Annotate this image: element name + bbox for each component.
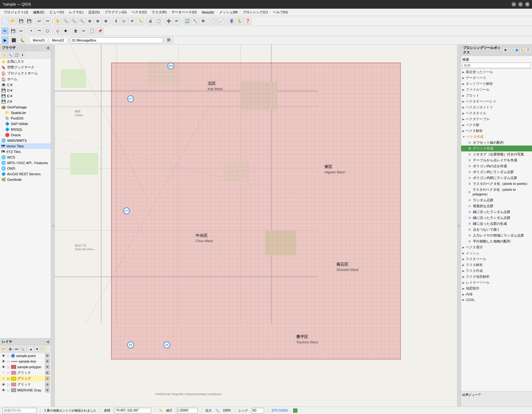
layer-expand-sample-line[interactable]: ▷ (7, 360, 11, 364)
browser-item-geopackage[interactable]: 📦GeoPackage (0, 104, 51, 110)
menu-help[interactable]: ヘルプ(H) (270, 9, 290, 15)
layer-expand-sample-point[interactable]: ▷ (7, 354, 11, 358)
layers-add-button[interactable]: ➕ (7, 346, 13, 352)
zoom-out-button[interactable]: 🔍 (78, 17, 85, 25)
proc-group-rastertool[interactable]: ▶ラスタツール (461, 256, 532, 262)
browser-item-mssql[interactable]: 🔷MSSQL (0, 127, 51, 132)
proc-item-edge-points[interactable]: ⚙ 縁に沿った点群の生成 (461, 221, 532, 227)
layers-group-button[interactable]: 📁 (41, 346, 46, 352)
menu-database[interactable]: データベース(D) (169, 9, 199, 15)
deselect-button[interactable]: ✕ (128, 17, 136, 25)
processing-tree[interactable]: ▶最近使ったツール ▶データベース ▶ネットワーク解析 ▶ファイルツール ▶プロ… (461, 69, 532, 391)
browser-item-ows[interactable]: 🌐OWS (0, 166, 51, 171)
zoom-layer[interactable]: ⊕ (94, 17, 102, 25)
layer-expand-sample-polygon[interactable]: ▷ (7, 365, 11, 369)
proc-group-network[interactable]: ▶ネットワーク解析 (461, 81, 532, 87)
browser-item-oracle[interactable]: 🔴Oracle (0, 132, 51, 138)
rotation-input[interactable] (252, 408, 264, 413)
proc-group-gdal[interactable]: ▶GDAL (461, 297, 532, 302)
layer-item-grid2[interactable]: 👁 ▷ グリッド ⚙ (0, 376, 51, 381)
proc-model-button[interactable]: 🔷 (514, 48, 519, 53)
add-poly-button[interactable]: ⬡ (44, 27, 51, 35)
elevation-button[interactable]: 📈 (218, 17, 225, 25)
layer-item-grid1[interactable]: 👁 ▷ グリッド ⚙ (0, 370, 51, 376)
proc-item-parallel-array[interactable]: ⚙ 平行移動した地物の配列 (461, 238, 532, 244)
help2-button[interactable]: ❓ (244, 17, 251, 25)
menu-mesh[interactable]: メッシュ(M) (217, 9, 240, 15)
browser-item-z[interactable]: 💾Z:¥ (0, 99, 51, 104)
layer-visibility-sample-polygon[interactable]: 👁 (1, 365, 6, 369)
proc-group-vectortable[interactable]: ▶ベクタテーブル (461, 116, 532, 122)
layer-settings-grid2[interactable]: ⚙ (45, 377, 50, 381)
layer-visibility-grid3[interactable]: 👁 (1, 382, 6, 387)
proc-group-cartography[interactable]: ▶地図製作 (461, 285, 532, 291)
proc-group-mesh[interactable]: ▶メッシュ (461, 250, 532, 256)
proc-group-layertool[interactable]: ▶レイヤーツール (461, 280, 532, 285)
proc-item-connect-points[interactable]: ⚙ 点をつないで描く (461, 227, 532, 233)
delete-button[interactable]: 🗑 (72, 27, 80, 35)
browser-item-spatialite[interactable]: 📁SpatiaLite (0, 110, 51, 115)
proc-group-vectorgen[interactable]: ▶ベクタ般 (461, 122, 532, 128)
save-edits-button[interactable]: 💾 (9, 27, 17, 35)
pan-to-selection[interactable]: 🔍 (62, 17, 69, 25)
python-button[interactable]: 🐍 (236, 17, 243, 25)
layer-settings-sample-point[interactable]: ⚙ (45, 354, 50, 358)
new-project-button[interactable]: 📄 (1, 17, 9, 25)
proc-item-edge-random1[interactable]: ⚙ 縁に沿ったランダム点群 (461, 209, 532, 215)
minimize-button[interactable]: — (512, 2, 516, 7)
layers-collapse-button[interactable]: ◁ (46, 340, 49, 343)
redo-button[interactable]: ↪ (44, 17, 51, 25)
select-button[interactable]: ▷ (120, 17, 128, 25)
browser-item-saphana[interactable]: 🔷SAP HANA (0, 121, 51, 127)
browser-item-vector-tiles[interactable]: 🗺Vector Tiles (0, 143, 51, 149)
browser-item-xyz[interactable]: 🗺XYZ Tiles (0, 149, 51, 155)
layer-settings-grid3[interactable]: ⚙ (45, 382, 50, 387)
layer-visibility-mierune[interactable]: 👁 (1, 388, 6, 392)
browser-item-postgis[interactable]: 🐘PostGIS (0, 115, 51, 121)
browser-item-wfs[interactable]: 🌐WFS / OGC API - Features (0, 160, 51, 166)
script-stop-button[interactable]: ⬛ (10, 37, 17, 44)
layers-content[interactable]: 👁 ▷ sample-point ⚙ 👁 ▷ sample-line ⚙ 👁 (0, 353, 51, 407)
zoom-selection[interactable]: ⊕ (102, 17, 110, 25)
save-as-button[interactable]: 💾 (25, 17, 33, 25)
open-button[interactable]: 📂 (9, 17, 17, 25)
proc-python-button[interactable]: 🐍 (520, 48, 525, 53)
layer-expand-grid1[interactable]: ▷ (7, 371, 11, 375)
add-line-button[interactable]: 〜 (36, 27, 43, 35)
browser-item-geonode[interactable]: 🌿GeoNode (0, 177, 51, 182)
proc-group-vectoroverlay[interactable]: ▶ベクタオーバーレイ (461, 98, 532, 104)
map-area[interactable]: 北区Kita Ward 東区Higashi Ward 中央区Chuo Ward … (55, 45, 457, 407)
proc-group-interpolation[interactable]: ▶内挿 (461, 291, 532, 297)
layer-visibility-sample-line[interactable]: 👁 (1, 359, 6, 364)
layer-expand-grid2[interactable]: ▷ (7, 377, 11, 381)
proc-item-random-in-extent[interactable]: ⚙ 入力レイヤの領域にランダム点群 (461, 233, 532, 238)
right-panel-toggle[interactable]: ▷ (457, 45, 461, 407)
atlas-button[interactable]: 📋 (155, 17, 162, 25)
browser-filter-button[interactable]: 🔍 (7, 52, 13, 58)
browser-content[interactable]: ⭐お気に入り 🔖空間ブックマーク 🏠プロジェクトホーム 🏠ホーム 💻C:¥ 💾D… (0, 59, 51, 338)
pan-button[interactable]: ✋ (54, 17, 61, 25)
refresh-button[interactable]: 🔄 (183, 17, 191, 25)
layer-item-grid3[interactable]: 👁 ▷ グリッド ⚙ (0, 381, 51, 387)
browser-info-button[interactable]: ℹ (20, 52, 25, 58)
menu-layer[interactable]: レイヤ(L) (67, 9, 86, 15)
browser-item-favorites[interactable]: ⭐お気に入り (0, 59, 51, 64)
proc-group-rastertopo[interactable]: ▶ラスタ地形解析 (461, 274, 532, 280)
menu-settings[interactable]: 設定(S) (86, 9, 102, 15)
add-point-button[interactable]: • (28, 27, 35, 35)
browser-item-bookmarks[interactable]: 🔖空間ブックマーク (0, 64, 51, 70)
proc-item-raster-to-polys[interactable]: ⚙ ラスタのベクタ化（pixels to polygons） (461, 187, 532, 197)
digitize-button[interactable]: ✏ (173, 17, 180, 25)
left-panel-toggle[interactable]: ◁ (51, 45, 55, 407)
menu-vector[interactable]: ベクタ(O) (129, 9, 149, 15)
proc-item-raster-to-points[interactable]: ⚙ ラスタのベクタ化（pixels to points） (461, 181, 532, 187)
paste-button[interactable]: 📌 (96, 27, 104, 35)
add-layer-button[interactable]: ➕ (165, 17, 172, 25)
layers-filter-button[interactable]: 🔍 (20, 346, 25, 352)
measure-button[interactable]: 📏 (136, 17, 144, 25)
proc-item-random-in-poly[interactable]: ⚙ ポリゴン内にランダム点群 (461, 169, 532, 175)
proc-item-random-points[interactable]: ⚙ ランダム点群 (461, 197, 532, 203)
search-input[interactable] (2, 408, 37, 413)
zoom-in-button[interactable]: 🔍 (70, 17, 77, 25)
processing-search-input[interactable] (462, 63, 531, 68)
